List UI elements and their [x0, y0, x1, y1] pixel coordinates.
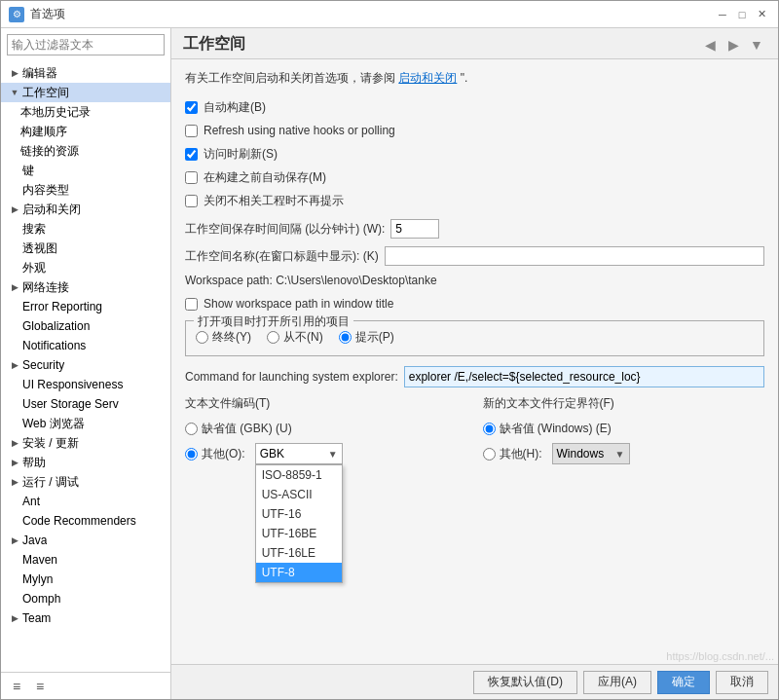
dropdown-iso-8859-1[interactable]: ISO-8859-1: [256, 465, 342, 485]
expand-arrow-run-debug: ▶: [9, 476, 20, 488]
encoding-select[interactable]: GBK ▼ ISO-8859-1 US-ASCII UTF-16 UTF-16B…: [255, 443, 343, 464]
explorer-cmd-row: Command for launching system explorer:: [185, 366, 764, 387]
maximize-button[interactable]: □: [733, 6, 751, 23]
close-prompt-checkbox[interactable]: [185, 195, 198, 207]
ok-button[interactable]: 确定: [657, 671, 710, 694]
apply-button[interactable]: 应用(A): [583, 671, 651, 694]
open-projects-radio-row: 终终(Y) 从不(N) 提示(P): [196, 329, 754, 346]
auto-refresh-row: 访问时刷新(S): [185, 143, 764, 165]
sidebar-item-web-browser[interactable]: Web 浏览器: [1, 414, 170, 433]
sidebar-item-code-recommenders[interactable]: Code Recommenders: [1, 511, 170, 531]
show-path-checkbox[interactable]: [185, 298, 198, 311]
close-prompt-row: 关闭不相关工程时不再提示: [185, 190, 764, 211]
sidebar-item-keys[interactable]: 键: [1, 161, 170, 180]
dropdown-utf-16le[interactable]: UTF-16LE: [256, 543, 342, 563]
encoding-other-radio[interactable]: [185, 448, 198, 461]
auto-build-row: 自动构建(B): [185, 96, 764, 118]
radio-never[interactable]: 从不(N): [267, 329, 323, 346]
auto-build-checkbox[interactable]: [185, 101, 198, 114]
workspace-path-label: Workspace path:: [185, 274, 273, 287]
save-interval-input[interactable]: [390, 219, 439, 239]
dropdown-utf-16be[interactable]: UTF-16BE: [256, 524, 342, 543]
newline-default-radio[interactable]: [483, 423, 496, 435]
workspace-path-value: C:\Users\lenovo\Desktop\tanke: [276, 274, 436, 287]
title-bar: ⚙ 首选项 ─ □ ✕: [1, 1, 778, 28]
sidebar-item-java[interactable]: ▶ Java: [1, 531, 170, 550]
expand-arrow-workspace: ▼: [9, 87, 20, 98]
expand-arrow-startup: ▶: [9, 203, 20, 215]
workspace-name-row: 工作空间名称(在窗口标题中显示): (K): [185, 246, 764, 266]
native-refresh-checkbox[interactable]: [185, 125, 198, 137]
sidebar-item-oomph[interactable]: 取消 Oomph: [1, 589, 170, 608]
sidebar-item-perspective[interactable]: 透视图: [1, 239, 170, 258]
sidebar-item-search[interactable]: 搜索: [1, 219, 170, 239]
sidebar-item-team[interactable]: ▶ Team: [1, 608, 170, 628]
radio-prompt-input[interactable]: [339, 331, 352, 344]
dropdown-button[interactable]: ▼: [747, 35, 766, 55]
filter-input[interactable]: [7, 34, 165, 55]
sidebar-item-linked-resources[interactable]: 链接的资源: [1, 141, 170, 161]
encoding-default-row: 缺省值 (GBK) (U): [185, 418, 467, 439]
description-suffix: ".: [461, 71, 468, 85]
sidebar-item-startup[interactable]: ▶ 启动和关闭: [1, 200, 170, 219]
encoding-selected-value: GBK: [260, 447, 284, 461]
content-header: 工作空间 ◀ ▶ ▼: [171, 28, 778, 59]
description-link[interactable]: 启动和关闭: [398, 71, 457, 85]
radio-prompt[interactable]: 提示(P): [339, 329, 394, 346]
minimize-button[interactable]: ─: [714, 6, 731, 23]
radio-always[interactable]: 终终(Y): [196, 329, 251, 346]
sidebar-item-globalization[interactable]: Globalization: [1, 316, 170, 336]
auto-save-label: 在构建之前自动保存(M): [204, 169, 326, 186]
auto-refresh-label: 访问时刷新(S): [204, 146, 278, 163]
sidebar-item-local-history[interactable]: 本地历史记录: [1, 102, 170, 122]
sidebar-item-appearance[interactable]: 外观: [1, 258, 170, 277]
bottom-bar: 恢复默认值(D) 应用(A) 确定 取消: [171, 664, 778, 699]
sidebar-item-workspace[interactable]: ▼ 工作空间: [1, 83, 170, 102]
auto-refresh-checkbox[interactable]: [185, 148, 198, 161]
watermark: https://blog.csdn.net/...: [666, 650, 774, 662]
sidebar-item-editor[interactable]: ▶ 编辑器: [1, 63, 170, 83]
sidebar-item-install-update[interactable]: ▶ 安装 / 更新: [1, 433, 170, 453]
sidebar: ▶ 编辑器 ▼ 工作空间 本地历史记录 构建顺序 链接的资源: [1, 28, 171, 699]
radio-never-input[interactable]: [267, 331, 279, 344]
sidebar-item-help[interactable]: ▶ 帮助: [1, 453, 170, 472]
workspace-path-row: Workspace path: C:\Users\lenovo\Desktop\…: [185, 274, 764, 287]
sidebar-item-ant[interactable]: Ant: [1, 492, 170, 511]
cancel-button[interactable]: 取消: [716, 671, 768, 694]
nav-buttons: ◀ ▶ ▼: [700, 35, 766, 55]
dropdown-utf-16[interactable]: UTF-16: [256, 504, 342, 524]
dropdown-utf-8[interactable]: UTF-8: [256, 563, 342, 582]
sidebar-item-mylyn[interactable]: Mylyn: [1, 570, 170, 589]
workspace-name-input[interactable]: [385, 246, 764, 266]
workspace-name-label: 工作空间名称(在窗口标题中显示): (K): [185, 248, 379, 265]
sidebar-item-security[interactable]: ▶ Security: [1, 355, 170, 375]
dropdown-us-ascii[interactable]: US-ASCII: [256, 485, 342, 504]
close-button[interactable]: ✕: [753, 6, 770, 23]
sidebar-item-ui-responsiveness[interactable]: UI Responsiveness: [1, 375, 170, 394]
newline-dropdown-arrow-icon: ▼: [615, 449, 625, 460]
newline-other-radio[interactable]: [483, 448, 496, 461]
back-button[interactable]: ◀: [700, 35, 720, 55]
encoding-default-radio[interactable]: [185, 423, 198, 435]
sidebar-item-error-reporting[interactable]: Error Reporting: [1, 297, 170, 316]
sidebar-item-build-order[interactable]: 构建顺序: [1, 122, 170, 141]
expand-all-button[interactable]: ≡: [7, 677, 26, 696]
close-prompt-label: 关闭不相关工程时不再提示: [204, 193, 344, 209]
sidebar-item-notifications[interactable]: Notifications: [1, 336, 170, 355]
sidebar-item-network[interactable]: ▶ 网络连接: [1, 277, 170, 297]
restore-defaults-button[interactable]: 恢复默认值(D): [473, 671, 577, 694]
forward-button[interactable]: ▶: [723, 35, 743, 55]
newline-select-display[interactable]: Windows ▼: [552, 443, 630, 464]
encoding-select-display[interactable]: GBK ▼: [255, 443, 343, 464]
save-interval-label: 工作空间保存时间间隔 (以分钟计) (W):: [185, 221, 385, 238]
collapse-all-button[interactable]: ≡: [30, 677, 50, 696]
sidebar-item-user-storage[interactable]: User Storage Serv: [1, 394, 170, 414]
newline-other-label: 其他(H):: [500, 446, 542, 462]
explorer-cmd-input[interactable]: [404, 366, 764, 387]
radio-always-input[interactable]: [196, 331, 208, 344]
sidebar-item-run-debug[interactable]: ▶ 运行 / 调试: [1, 472, 170, 492]
sidebar-item-maven[interactable]: Maven: [1, 550, 170, 570]
auto-save-checkbox[interactable]: [185, 171, 198, 184]
open-projects-group: 打开项目时打开所引用的项目 终终(Y) 从不(N) 提示(P): [185, 320, 764, 356]
sidebar-item-content-types[interactable]: 内容类型: [1, 180, 170, 200]
